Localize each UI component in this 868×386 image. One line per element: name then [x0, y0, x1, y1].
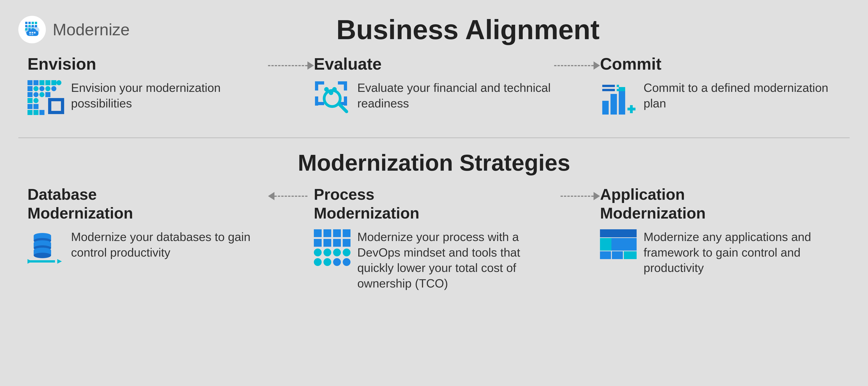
step-evaluate-header: Evaluate [314, 55, 382, 73]
svg-marker-76 [28, 259, 32, 264]
mod-strategies-section: Modernization Strategies DatabaseModerni… [18, 145, 850, 372]
svg-rect-42 [61, 98, 64, 114]
svg-rect-31 [45, 92, 51, 97]
business-alignment-section: Envision [18, 50, 850, 131]
svg-rect-59 [619, 87, 625, 91]
svg-rect-85 [343, 239, 350, 247]
svg-rect-98 [612, 251, 623, 259]
svg-rect-2 [28, 22, 31, 24]
svg-point-29 [33, 92, 38, 97]
strategy-process-content: Modernize your process with a DevOps min… [314, 229, 554, 291]
header: Modernize Business Alignment [18, 14, 850, 45]
svg-rect-14 [34, 32, 35, 33]
arrow-database-process [268, 185, 314, 200]
svg-point-22 [56, 80, 61, 85]
commit-icon [600, 80, 637, 117]
step-commit-label: Commit [600, 55, 661, 73]
step-evaluate: Evaluate [314, 55, 554, 121]
svg-point-90 [314, 258, 322, 266]
application-icon [600, 229, 637, 259]
logo-circle [18, 16, 46, 43]
arrow-evaluate-commit [554, 55, 600, 70]
svg-rect-4 [35, 22, 37, 24]
page-title: Business Alignment [136, 14, 799, 45]
svg-point-93 [343, 258, 350, 266]
svg-point-27 [51, 86, 56, 91]
svg-rect-62 [602, 89, 615, 91]
divider [18, 137, 850, 138]
strategy-database: DatabaseModernization [28, 185, 268, 266]
svg-rect-65 [630, 105, 633, 113]
svg-rect-5 [25, 25, 28, 27]
arrow-envision-evaluate [268, 55, 314, 70]
svg-rect-82 [314, 239, 322, 247]
svg-rect-97 [600, 251, 611, 259]
svg-rect-15 [29, 34, 31, 35]
step-commit-content: Commit to a defined modernization plan [600, 80, 840, 117]
step-evaluate-label: Evaluate [314, 55, 382, 73]
strategy-process: ProcessModernization [314, 185, 554, 291]
svg-rect-83 [323, 239, 331, 247]
svg-rect-99 [624, 251, 637, 259]
svg-rect-80 [333, 229, 341, 237]
page-container: Modernize Business Alignment Envision [0, 0, 868, 386]
svg-marker-77 [57, 259, 62, 264]
svg-rect-84 [333, 239, 341, 247]
svg-rect-23 [28, 86, 33, 91]
svg-point-24 [33, 86, 38, 91]
step-commit: Commit [600, 55, 840, 117]
svg-rect-28 [28, 92, 33, 97]
svg-point-91 [323, 258, 331, 266]
step-commit-header: Commit [600, 55, 661, 73]
modernize-logo-icon [23, 20, 41, 39]
svg-rect-60 [602, 85, 615, 87]
strategies-title: Modernization Strategies [28, 150, 840, 176]
svg-point-87 [323, 249, 331, 256]
svg-point-92 [333, 258, 341, 266]
step-envision-content: Envision your modernization possibilitie… [28, 80, 268, 117]
svg-rect-9 [25, 28, 28, 30]
svg-rect-38 [39, 110, 44, 115]
svg-rect-21 [51, 80, 56, 85]
svg-rect-20 [45, 80, 51, 85]
svg-rect-32 [28, 98, 33, 103]
svg-rect-12 [29, 32, 31, 33]
strategy-process-desc: Modernize your process with a DevOps min… [358, 229, 554, 291]
svg-rect-75 [30, 260, 55, 262]
steps-row: Envision [28, 55, 840, 121]
strategy-application: ApplicationModernization [600, 185, 840, 276]
svg-rect-7 [32, 25, 34, 27]
svg-rect-35 [33, 104, 38, 109]
step-envision-desc: Envision your modernization possibilitie… [71, 80, 268, 111]
step-evaluate-desc: Evaluate your financial and technical re… [358, 80, 554, 111]
step-envision: Envision [28, 55, 268, 117]
svg-rect-81 [343, 229, 350, 237]
svg-point-25 [39, 86, 44, 91]
svg-point-33 [33, 98, 38, 103]
svg-rect-18 [33, 80, 38, 85]
svg-rect-37 [33, 110, 38, 115]
strategy-database-content: Modernize your databases to gain control… [28, 229, 268, 266]
svg-rect-46 [344, 81, 347, 91]
strategy-application-content: Modernize any applications and framework… [600, 229, 840, 276]
svg-point-26 [45, 86, 51, 91]
svg-rect-36 [28, 110, 33, 115]
process-icon [314, 229, 350, 266]
strategy-application-desc: Modernize any applications and framework… [644, 229, 840, 276]
svg-rect-78 [314, 229, 322, 237]
arrow-process-application [554, 185, 600, 200]
svg-rect-6 [28, 25, 31, 27]
svg-point-74 [34, 253, 51, 258]
svg-point-86 [314, 249, 322, 256]
svg-rect-79 [323, 229, 331, 237]
svg-rect-61 [617, 85, 619, 87]
step-envision-label: Envision [28, 55, 96, 73]
logo-text: Modernize [53, 20, 130, 39]
svg-rect-17 [28, 80, 33, 85]
svg-point-30 [39, 92, 44, 97]
strategy-application-title: ApplicationModernization [600, 185, 706, 222]
svg-rect-8 [35, 25, 37, 27]
strategies-row: DatabaseModernization [28, 185, 840, 291]
svg-rect-13 [32, 32, 33, 33]
svg-rect-56 [602, 101, 609, 115]
